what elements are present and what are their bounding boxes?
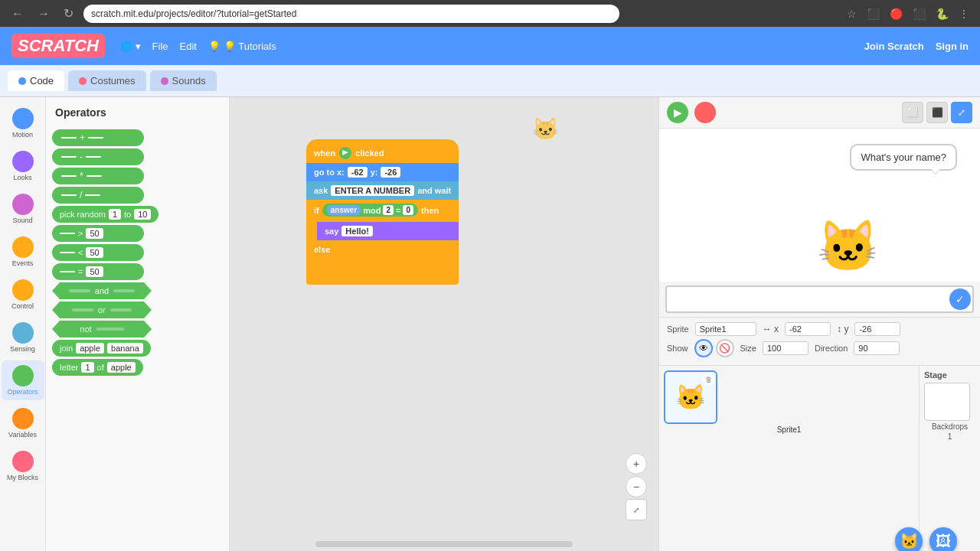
tab-costumes[interactable]: Costumes [68, 70, 146, 91]
sprite1-thumb[interactable]: 🐱 🗑 [664, 370, 717, 424]
sensing-label: Sensing [10, 345, 35, 353]
tab-code[interactable]: Code [8, 70, 64, 91]
block-divide[interactable]: / [52, 187, 223, 204]
sprite-y-input[interactable] [854, 322, 900, 336]
code-editor-area[interactable]: 🐱 when clicked go to x: -62 y: -26 ask [230, 97, 658, 551]
block-subtract[interactable]: - [52, 148, 223, 165]
browser-actions: ☆ ⬛ 🔴 ⬛ 🐍 ⋮ [844, 6, 972, 21]
sidebar-item-sensing[interactable]: Sensing [2, 318, 44, 357]
operators-label: Operators [7, 388, 38, 396]
block-letter[interactable]: letter 1 of apple [52, 359, 223, 376]
y-value[interactable]: -26 [381, 167, 400, 178]
say-label: say [325, 227, 338, 236]
block-equal[interactable]: = 50 [52, 263, 223, 280]
c-block-arm [306, 220, 317, 242]
block-join[interactable]: join apple banana [52, 340, 223, 357]
back-button[interactable]: ← [8, 5, 28, 22]
backdrop-count: 1 [924, 432, 975, 441]
ext4-icon[interactable]: 🐍 [933, 6, 952, 21]
small-stage-btn[interactable]: ⬜ [902, 102, 923, 123]
refresh-button[interactable]: ↻ [60, 5, 77, 22]
show-label: Show [667, 344, 688, 353]
fullscreen-btn[interactable]: ⤢ [951, 102, 972, 123]
stop-btn[interactable] [694, 102, 716, 123]
join-scratch-btn[interactable]: Join Scratch [864, 41, 924, 52]
show-visible-btn[interactable]: 👁 [694, 339, 713, 357]
menu-icon[interactable]: ⋮ [956, 6, 972, 21]
address-bar[interactable]: scratch.mit.edu/projects/editor/?tutoria… [83, 5, 619, 23]
say-value[interactable]: Hello! [341, 226, 373, 236]
code-block-stack[interactable]: when clicked go to x: -62 y: -26 ask ENT… [306, 139, 459, 285]
events-label: Events [12, 259, 34, 267]
sidebar-item-operators[interactable]: Operators [2, 360, 44, 400]
zoom-out-btn[interactable]: − [626, 476, 647, 497]
fit-btn[interactable]: ⤢ [626, 499, 647, 520]
condition-block[interactable]: answer mod 2 = 0 [322, 204, 418, 217]
blocks-category-title: Operators [52, 103, 223, 122]
sprite-name-label: Sprite [667, 324, 689, 334]
variables-circle [12, 408, 34, 429]
sidebar-item-events[interactable]: Events [2, 232, 44, 272]
say-block[interactable]: say Hello! [317, 222, 459, 240]
else-arm-indent [306, 257, 317, 277]
x-value[interactable]: -62 [348, 167, 368, 178]
stage-input-confirm-btn[interactable]: ✓ [949, 289, 971, 310]
sprite-name-input[interactable] [695, 322, 756, 336]
horizontal-scrollbar[interactable] [315, 541, 573, 547]
sidebar-item-motion[interactable]: Motion [2, 103, 44, 143]
if-block-header[interactable]: if answer mod 2 = 0 then [306, 200, 459, 220]
browser-chrome: ← → ↻ scratch.mit.edu/projects/editor/?t… [0, 0, 980, 27]
green-flag-btn[interactable]: ▶ [667, 102, 688, 123]
tabs-bar: Code Costumes Sounds [0, 65, 980, 97]
sound-label: Sound [12, 217, 32, 224]
stage-answer-input[interactable] [667, 289, 948, 309]
hat-block[interactable]: when clicked [306, 139, 459, 163]
zoom-in-btn[interactable]: + [626, 453, 647, 474]
ask-block[interactable]: ask ENTER A NUMBER and wait [306, 181, 459, 200]
sidebar-item-sound[interactable]: Sound [2, 189, 44, 229]
ask-input-value[interactable]: ENTER A NUMBER [331, 185, 414, 196]
ext3-icon[interactable]: ⬛ [910, 6, 929, 21]
block-not[interactable]: not [52, 321, 223, 337]
ext1-icon[interactable]: ⬛ [864, 6, 883, 21]
language-picker[interactable]: 🌐 ▾ [120, 41, 141, 52]
file-menu[interactable]: File [152, 41, 168, 52]
sign-in-btn[interactable]: Sign in [936, 41, 969, 52]
block-or[interactable]: or [52, 302, 223, 318]
sidebar-item-variables[interactable]: Variables [2, 403, 44, 443]
sidebar-item-looks[interactable]: Looks [2, 146, 44, 186]
sidebar-item-myblocks[interactable]: My Blocks [2, 446, 44, 486]
block-pick-random[interactable]: pick random 1 to 10 [52, 206, 223, 223]
goto-block[interactable]: go to x: -62 y: -26 [306, 163, 459, 181]
scratch-logo[interactable]: SCRATCH [11, 34, 105, 58]
sprite-size-input[interactable] [763, 341, 808, 355]
sidebar-item-control[interactable]: Control [2, 275, 44, 315]
url-text: scratch.mit.edu/projects/editor/?tutoria… [91, 8, 296, 19]
block-add[interactable]: + [52, 129, 223, 146]
mod-val[interactable]: 2 [383, 205, 394, 215]
block-less[interactable]: < 50 [52, 244, 223, 261]
goto-label: go to x: [314, 168, 345, 177]
looks-circle [12, 151, 34, 172]
add-backdrop-btn[interactable]: 🖼 [929, 527, 957, 551]
x-coord-icon: ↔ x [763, 324, 779, 334]
eq-val[interactable]: 0 [403, 205, 413, 215]
stage-mini-thumb[interactable] [924, 383, 970, 421]
tab-sounds[interactable]: Sounds [150, 70, 217, 91]
sprite1-delete-btn[interactable]: 🗑 [702, 373, 714, 386]
show-hidden-btn[interactable]: 🚫 [716, 339, 734, 357]
speech-bubble: What's your name? [850, 144, 957, 171]
tab-code-label: Code [30, 75, 54, 86]
block-greater[interactable]: > 50 [52, 225, 223, 242]
sprite-x-input[interactable] [785, 322, 831, 336]
add-sprite-btn[interactable]: 🐱 [895, 527, 923, 551]
tutorials-menu[interactable]: 💡 💡 Tutorials [208, 41, 276, 52]
forward-button[interactable]: → [34, 5, 54, 22]
edit-menu[interactable]: Edit [180, 41, 197, 52]
star-icon[interactable]: ☆ [844, 6, 860, 21]
normal-stage-btn[interactable]: ⬛ [926, 102, 948, 123]
sprite-direction-input[interactable] [854, 341, 900, 355]
block-and[interactable]: and [52, 282, 223, 299]
ext2-icon[interactable]: 🔴 [887, 6, 906, 21]
block-multiply[interactable]: * [52, 168, 223, 184]
